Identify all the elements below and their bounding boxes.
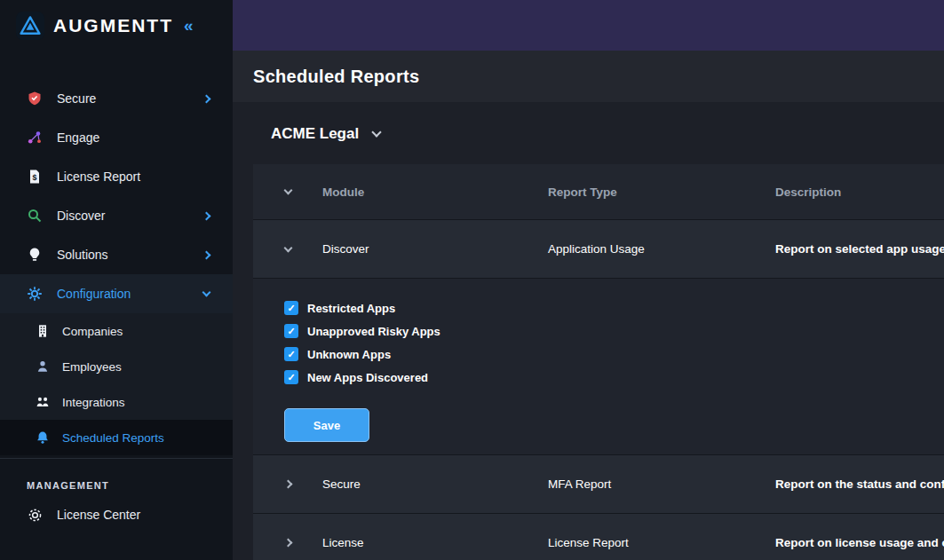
row-report-type: MFA Report: [548, 477, 775, 491]
column-header-description: Description: [775, 185, 944, 199]
checkbox-label: Unapproved Risky Apps: [307, 325, 440, 338]
page-header: Scheduled Reports: [233, 51, 944, 102]
bell-icon: [36, 430, 50, 445]
row-expand-chevron-icon[interactable]: [253, 481, 322, 487]
row-expand-chevron-icon[interactable]: [253, 248, 322, 251]
sidebar-item-scheduled-reports[interactable]: Scheduled Reports: [0, 420, 233, 455]
augmentt-logo-icon: [16, 12, 44, 40]
sidebar: AUGMENTT « Secure Engage $: [0, 0, 233, 560]
row-description: Report on license usage and ch.: [775, 536, 944, 549]
checkbox-label: Restricted Apps: [307, 302, 395, 315]
chevron-right-icon: [202, 211, 211, 220]
management-section-label: MANAGEMENT: [0, 459, 233, 496]
page-title: Scheduled Reports: [253, 67, 419, 87]
sidebar-item-label: Discover: [57, 209, 105, 223]
gear-icon: [27, 286, 43, 302]
column-header-module: Module: [322, 185, 548, 199]
sidebar-item-label: License Center: [57, 508, 140, 522]
magnifier-icon: [27, 208, 43, 224]
chevron-down-icon: [372, 127, 382, 137]
checkbox-checked-icon[interactable]: [284, 301, 298, 315]
sidebar-item-label: Integrations: [62, 396, 125, 409]
main-area: Scheduled Reports ACME Legal Module Repo…: [233, 0, 944, 560]
row-report-type: License Report: [548, 536, 775, 549]
company-selector-value: ACME Legal: [271, 125, 359, 143]
checkbox-checked-icon[interactable]: [284, 347, 298, 361]
sidebar-item-label: Scheduled Reports: [62, 431, 164, 445]
collapse-all-chevron-icon[interactable]: [253, 190, 322, 193]
table-row-discover[interactable]: Discover Application Usage Report on sel…: [253, 219, 944, 278]
sidebar-item-label: Configuration: [57, 287, 131, 301]
sidebar-nav: Secure Engage $ License Report Disco: [0, 51, 233, 533]
svg-text:$: $: [33, 173, 37, 182]
table-row-secure[interactable]: Secure MFA Report Report on the status a…: [253, 454, 944, 513]
save-button[interactable]: Save: [284, 408, 369, 442]
app-window: AUGMENTT « Secure Engage $: [0, 0, 944, 560]
row-description: Report on the status and config.: [775, 477, 944, 491]
chevron-down-icon: [202, 288, 211, 297]
row-expand-chevron-icon[interactable]: [253, 540, 322, 546]
table-header-row: Module Report Type Description: [253, 164, 944, 219]
sidebar-item-label: Companies: [62, 325, 123, 338]
sidebar-item-solutions[interactable]: Solutions: [0, 235, 233, 274]
top-bar: [233, 0, 944, 51]
sidebar-item-employees[interactable]: Employees: [0, 349, 233, 384]
table-row-license[interactable]: License License Report Report on license…: [253, 513, 944, 560]
chevron-right-icon: [202, 250, 211, 259]
lightbulb-icon: [27, 247, 43, 263]
row-module: License: [322, 536, 548, 549]
row-module: Secure: [322, 477, 548, 491]
brand-name: AUGMENTT: [53, 15, 173, 36]
checkbox-label: Unknown Apps: [307, 348, 391, 361]
checkbox-unknown-apps[interactable]: Unknown Apps: [284, 343, 944, 366]
sidebar-item-configuration[interactable]: Configuration: [0, 274, 233, 313]
logo-row: AUGMENTT «: [0, 0, 233, 51]
row-report-type: Application Usage: [548, 242, 775, 256]
shield-icon: [27, 91, 43, 106]
sidebar-item-label: Engage: [57, 130, 99, 145]
sidebar-item-label: Solutions: [57, 248, 108, 262]
checkbox-restricted-apps[interactable]: Restricted Apps: [284, 296, 944, 319]
discover-expanded-panel: Restricted Apps Unapproved Risky Apps Un…: [253, 278, 944, 454]
sidebar-item-discover[interactable]: Discover: [0, 196, 233, 235]
chevron-right-icon: [202, 94, 211, 103]
checkbox-unapproved-risky-apps[interactable]: Unapproved Risky Apps: [284, 319, 944, 343]
column-header-report-type: Report Type: [548, 185, 775, 199]
checkbox-new-apps-discovered[interactable]: New Apps Discovered: [284, 366, 944, 389]
sidebar-item-license-center[interactable]: License Center: [0, 496, 233, 533]
scheduled-reports-table: Module Report Type Description Discover …: [253, 164, 944, 560]
sidebar-item-engage[interactable]: Engage: [0, 118, 233, 157]
checkbox-label: New Apps Discovered: [307, 371, 428, 384]
sidebar-item-secure[interactable]: Secure: [0, 79, 233, 118]
checkbox-checked-icon[interactable]: [284, 324, 298, 338]
person-icon: [36, 359, 50, 374]
sidebar-item-label: Secure: [57, 91, 96, 106]
company-selector[interactable]: ACME Legal: [271, 125, 380, 143]
sidebar-item-label: Employees: [62, 360, 122, 374]
row-module: Discover: [322, 242, 548, 256]
org-chart-icon: [36, 395, 50, 409]
content-area: ACME Legal Module Report Type Descriptio…: [233, 102, 944, 560]
license-center-icon: [27, 507, 43, 523]
sidebar-item-label: License Report: [57, 170, 140, 184]
network-icon: [27, 130, 43, 146]
row-description: Report on selected app usage m: [775, 242, 944, 256]
building-icon: [36, 324, 50, 338]
sidebar-item-license-report[interactable]: $ License Report: [0, 157, 233, 196]
document-dollar-icon: $: [27, 169, 43, 185]
sidebar-collapse-icon[interactable]: «: [184, 17, 194, 34]
configuration-submenu: Companies Employees Integrations: [0, 313, 233, 455]
sidebar-item-companies[interactable]: Companies: [0, 313, 233, 349]
sidebar-item-integrations[interactable]: Integrations: [0, 384, 233, 420]
checkbox-checked-icon[interactable]: [284, 370, 298, 384]
